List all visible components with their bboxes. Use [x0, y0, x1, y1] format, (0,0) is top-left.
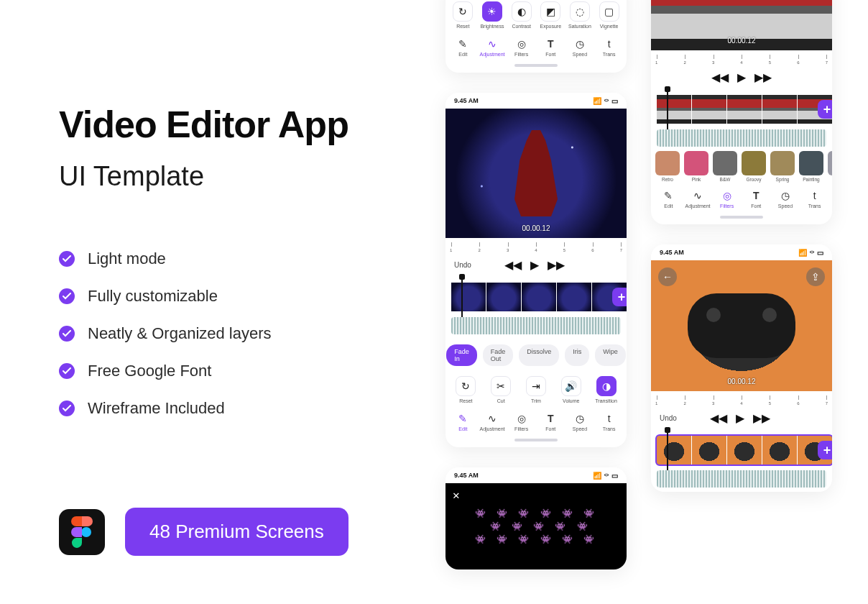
playhead[interactable]	[667, 89, 668, 129]
mockup-adjustments-panel: ↻Reset ☀Brightness ◐Contrast ◩Exposure ◌…	[445, 0, 627, 73]
nav-filters[interactable]: ◎Filters	[507, 412, 536, 431]
clip-thumbnails[interactable]	[657, 436, 832, 465]
video-preview[interactable]: 00.00.12	[445, 109, 627, 238]
filter-swatch	[799, 151, 823, 175]
nav-transition[interactable]: tTrans	[595, 37, 624, 57]
filter-painting[interactable]: Painting	[799, 151, 823, 182]
nav-edit[interactable]: ✎Edit	[448, 412, 477, 431]
timeline-thumbnails[interactable]: +	[651, 430, 832, 470]
feature-list: Light mode Fully customizable Neatly & O…	[59, 250, 418, 418]
back-button[interactable]: ←	[658, 267, 677, 286]
forward-button[interactable]: ▶▶	[756, 412, 767, 424]
filter-pink[interactable]: Pink	[684, 151, 708, 182]
action-volume[interactable]: 🔊Volume	[557, 376, 586, 403]
status-bar: 9.45 AM 📶⌔▭	[445, 93, 627, 109]
nav-filters[interactable]: ◎Filters	[507, 37, 536, 57]
rewind-button[interactable]: ◀◀	[507, 259, 519, 270]
nav-speed[interactable]: ◷Speed	[771, 189, 800, 209]
action-trim[interactable]: ⇥Trim	[522, 376, 550, 403]
audio-waveform[interactable]	[657, 129, 826, 147]
feature-item: Neatly & Organized layers	[59, 324, 418, 343]
cut-icon: ✂	[491, 376, 511, 396]
filter-groovy[interactable]: Groovy	[742, 151, 766, 182]
feature-label: Light mode	[88, 250, 166, 268]
font-icon: T	[544, 412, 557, 425]
video-preview[interactable]: 00.00.12	[651, 0, 832, 50]
play-button[interactable]: ▶	[529, 259, 540, 270]
action-exposure[interactable]: ◩Exposure	[536, 1, 565, 29]
nav-transition[interactable]: tTrans	[800, 189, 829, 209]
action-reset[interactable]: ↻Reset	[451, 376, 480, 403]
rewind-button[interactable]: ◀◀	[714, 71, 726, 83]
nav-edit[interactable]: ✎Edit	[448, 37, 477, 57]
nav-speed[interactable]: ◷Speed	[565, 37, 594, 57]
video-preview[interactable]: ✕ 👾 👾 👾 👾 👾 👾 👾 👾 👾 👾 👾 👾 👾 👾 👾 👾 👾	[445, 483, 627, 569]
action-reset[interactable]: ↻Reset	[448, 1, 477, 29]
clip-thumbnails[interactable]	[451, 283, 627, 311]
filter-spring[interactable]: Spring	[770, 151, 795, 182]
playhead[interactable]	[667, 430, 668, 470]
timeline-ruler[interactable]: 1234567	[651, 391, 832, 406]
action-brightness[interactable]: ☀Brightness	[478, 1, 507, 29]
action-contrast[interactable]: ◐Contrast	[507, 1, 536, 29]
chip-iris[interactable]: Iris	[565, 344, 589, 366]
clip-thumbnails[interactable]	[657, 95, 832, 124]
filter-swatch	[655, 151, 680, 175]
nav-transition[interactable]: tTrans	[595, 412, 624, 431]
hero-title: Video Editor App	[59, 104, 418, 145]
play-button[interactable]: ▶	[736, 71, 747, 83]
status-bar: 9.45 AM 📶⌔▭	[445, 467, 627, 483]
forward-button[interactable]: ▶▶	[550, 259, 562, 270]
undo-button[interactable]: Undo	[454, 261, 471, 269]
chip-wipe[interactable]: Wipe	[595, 344, 626, 366]
action-saturation[interactable]: ◌Saturation	[565, 1, 594, 29]
nav-filters[interactable]: ◎Filters	[713, 189, 742, 209]
close-button[interactable]: ✕	[453, 489, 463, 502]
signal-icon: 📶	[593, 97, 601, 105]
nav-font[interactable]: TFont	[742, 189, 770, 209]
trim-icon: ⇥	[526, 376, 546, 396]
share-button[interactable]: ⇪	[806, 267, 825, 286]
forward-button[interactable]: ▶▶	[757, 71, 769, 83]
add-clip-button[interactable]: +	[818, 441, 832, 459]
timeline-thumbnails[interactable]: +	[445, 277, 627, 317]
audio-waveform[interactable]	[657, 470, 826, 488]
playback-controls: Undo ◀◀ ▶ ▶▶	[651, 406, 832, 430]
status-bar: 9.45 AM 📶⌔▭	[651, 244, 832, 260]
nav-adjustment[interactable]: ∿Adjustment	[478, 412, 507, 431]
rewind-button[interactable]: ◀◀	[713, 412, 724, 424]
action-vignette[interactable]: ▢Vignette	[595, 1, 624, 29]
chip-fade-out[interactable]: Fade Out	[483, 344, 514, 366]
timeline-ruler[interactable]: 1234567	[651, 50, 832, 65]
filter-fade[interactable]: Fade	[828, 151, 832, 182]
filter-bw[interactable]: B&W	[713, 151, 737, 182]
nav-speed[interactable]: ◷Speed	[565, 412, 594, 431]
premium-screens-button[interactable]: 48 Premium Screens	[125, 508, 348, 556]
chip-dissolve[interactable]: Dissolve	[519, 344, 559, 366]
undo-button[interactable]: Undo	[660, 414, 677, 422]
audio-waveform[interactable]	[451, 317, 621, 334]
timeline-ruler[interactable]: 1234567	[445, 238, 627, 252]
nav-adjustment[interactable]: ∿Adjustment	[478, 37, 507, 57]
action-transition[interactable]: ◑Transition	[592, 376, 621, 403]
nav-font[interactable]: TFont	[536, 37, 565, 57]
add-clip-button[interactable]: +	[612, 288, 627, 306]
filter-retro[interactable]: Retro	[655, 151, 680, 182]
nav-font[interactable]: TFont	[536, 412, 565, 431]
drag-handle[interactable]	[514, 64, 558, 67]
video-preview[interactable]: ← ⇪ 00.00.12	[651, 260, 832, 391]
playhead[interactable]	[461, 277, 463, 317]
chip-fade-in[interactable]: Fade In	[446, 344, 477, 366]
drag-handle[interactable]	[514, 439, 558, 441]
nav-edit[interactable]: ✎Edit	[654, 189, 683, 209]
edit-actions: ↻Reset ✂Cut ⇥Trim 🔊Volume ◑Transition	[445, 372, 627, 408]
filters-icon: ◎	[721, 189, 734, 202]
nav-adjustment[interactable]: ∿Adjustment	[683, 189, 712, 209]
drag-handle[interactable]	[720, 216, 763, 219]
feature-label: Fully customizable	[88, 287, 218, 306]
video-timestamp: 00.00.12	[728, 37, 756, 45]
play-button[interactable]: ▶	[734, 412, 746, 424]
timeline-thumbnails[interactable]: +	[651, 89, 832, 129]
action-cut[interactable]: ✂Cut	[486, 376, 515, 403]
add-clip-button[interactable]: +	[818, 100, 832, 119]
